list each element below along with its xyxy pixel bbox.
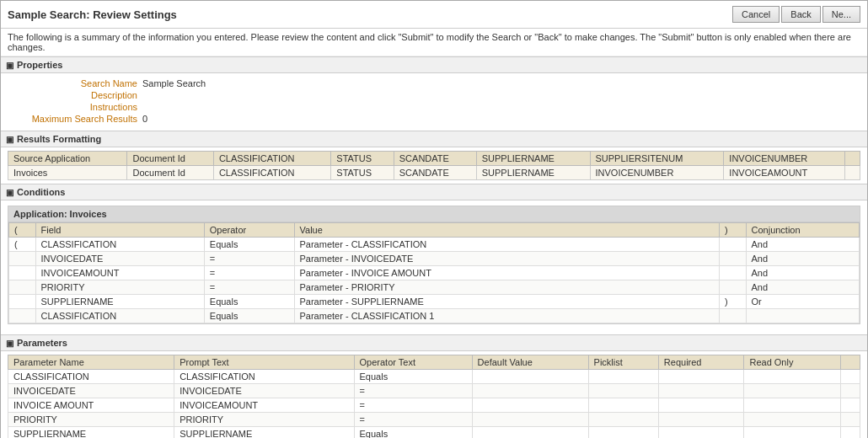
results-cell: STATUS: [331, 166, 394, 180]
table-row: INVOICEDATEINVOICEDATE=: [8, 384, 860, 398]
properties-grid: Search NameSample SearchDescriptionInstr…: [1, 73, 867, 131]
page-title: Sample Search: Review Settings: [8, 8, 177, 21]
params-cell: INVOICEAMOUNT: [174, 398, 354, 413]
conditions-cell: Parameter - SUPPLIERNAME: [294, 295, 720, 309]
results-cell: Document Id: [127, 166, 213, 180]
params-cell: [588, 427, 658, 439]
results-header-row: Source ApplicationDocument IdCLASSIFICAT…: [8, 152, 860, 166]
next-button[interactable]: Ne...: [822, 6, 860, 23]
conditions-cell: SUPPLIERNAME: [35, 295, 204, 309]
conditions-wrapper: Application: Invoices (FieldOperatorValu…: [1, 200, 867, 334]
conditions-cell: Or: [746, 295, 859, 309]
conditions-cell: Parameter - INVOICEDATE: [294, 252, 720, 266]
params-cell: [744, 398, 841, 413]
results-cell: SUPPLIERNAME: [476, 166, 590, 180]
results-col-header: Document Id: [127, 152, 213, 166]
conditions-cell: =: [204, 252, 294, 266]
conditions-cell: INVOICEDATE: [35, 252, 204, 266]
results-col-header: SUPPLIERNAME: [476, 152, 590, 166]
params-cell: [588, 370, 658, 384]
conditions-cell: Parameter - PRIORITY: [294, 280, 720, 295]
params-cell: INVOICEDATE: [174, 384, 354, 398]
params-cell: PRIORITY: [8, 413, 174, 427]
params-cell: [841, 370, 860, 384]
results-toggle[interactable]: ▣: [6, 135, 13, 144]
conditions-cell: (: [9, 238, 36, 252]
conditions-cell: Parameter - CLASSIFICATION: [294, 238, 720, 252]
conditions-section-header: ▣ Conditions: [1, 184, 867, 200]
prop-row: Maximum Search Results0: [8, 114, 860, 124]
params-cell: [472, 413, 588, 427]
params-col-header: Picklist: [588, 355, 658, 370]
table-row: INVOICEDATE=Parameter - INVOICEDATEAnd: [9, 252, 860, 266]
params-cell: [744, 427, 841, 439]
results-formatting-header: ▣ Results Formatting: [1, 131, 867, 147]
results-cell: INVOICENUMBER: [590, 166, 724, 180]
prop-label: Maximum Search Results: [8, 114, 142, 124]
conditions-col-header: Operator: [204, 223, 294, 238]
header-bar: Sample Search: Review Settings Cancel Ba…: [1, 1, 867, 29]
prop-label: Description: [8, 90, 142, 100]
table-row: INVOICEAMOUNT=Parameter - INVOICE AMOUNT…: [9, 266, 860, 280]
params-cell: [658, 370, 744, 384]
params-header-row: Parameter NamePrompt TextOperator TextDe…: [8, 355, 860, 370]
conditions-col-header: (: [9, 223, 36, 238]
results-table-wrapper: Source ApplicationDocument IdCLASSIFICAT…: [1, 147, 867, 184]
conditions-section: ▣ Conditions Application: Invoices (Fiel…: [1, 184, 867, 334]
params-cell: [588, 384, 658, 398]
prop-value: 0: [142, 114, 147, 124]
params-cell: Equals: [354, 427, 472, 439]
results-cell: CLASSIFICATION: [213, 166, 330, 180]
cancel-button[interactable]: Cancel: [732, 6, 780, 23]
params-cell: =: [354, 413, 472, 427]
params-cell: [588, 413, 658, 427]
params-cell: [472, 427, 588, 439]
results-data-row: InvoicesDocument IdCLASSIFICATIONSTATUSS…: [8, 166, 860, 180]
table-row: INVOICE AMOUNTINVOICEAMOUNT=: [8, 398, 860, 413]
conditions-cell: [9, 252, 36, 266]
parameters-section: ▣ Parameters Parameter NamePrompt TextOp…: [1, 334, 867, 438]
params-cell: =: [354, 398, 472, 413]
conditions-toggle[interactable]: ▣: [6, 188, 13, 197]
params-body: CLASSIFICATIONCLASSIFICATIONEqualsINVOIC…: [8, 370, 860, 439]
prop-row: Search NameSample Search: [8, 78, 860, 88]
parameters-toggle[interactable]: ▣: [6, 339, 13, 348]
params-cell: [744, 413, 841, 427]
conditions-cell: [9, 280, 36, 295]
conditions-cell: CLASSIFICATION: [35, 309, 204, 323]
properties-label: Properties: [17, 60, 62, 70]
params-cell: [841, 398, 860, 413]
params-cell: SUPPLIERNAME: [8, 427, 174, 439]
params-col-header: Parameter Name: [8, 355, 174, 370]
params-cell: [472, 398, 588, 413]
params-cell: [658, 427, 744, 439]
table-row: SUPPLIERNAMEEqualsParameter - SUPPLIERNA…: [9, 295, 860, 309]
params-cell: SUPPLIERNAME: [174, 427, 354, 439]
conditions-cell: Equals: [204, 295, 294, 309]
conditions-cell: And: [746, 280, 859, 295]
parameters-section-header: ▣ Parameters: [1, 334, 867, 351]
app-block-header: Application: Invoices: [8, 206, 860, 222]
params-cell: INVOICE AMOUNT: [8, 398, 174, 413]
back-button[interactable]: Back: [781, 6, 820, 23]
results-table: Source ApplicationDocument IdCLASSIFICAT…: [8, 151, 860, 180]
params-cell: [841, 427, 860, 439]
app-block: Application: Invoices (FieldOperatorValu…: [8, 206, 860, 324]
params-wrapper: Parameter NamePrompt TextOperator TextDe…: [1, 351, 867, 438]
params-cell: CLASSIFICATION: [8, 370, 174, 384]
params-cell: [658, 384, 744, 398]
results-col-header: CLASSIFICATION: [213, 152, 330, 166]
prop-row: Description: [8, 90, 860, 100]
conditions-cell: Equals: [204, 309, 294, 323]
params-cell: [588, 398, 658, 413]
conditions-cell: [746, 309, 859, 323]
results-col-header: SUPPLIERSITENUM: [590, 152, 724, 166]
conditions-cell: Parameter - CLASSIFICATION 1: [294, 309, 720, 323]
params-cell: [472, 370, 588, 384]
conditions-cell: [9, 309, 36, 323]
params-table: Parameter NamePrompt TextOperator TextDe…: [8, 355, 860, 438]
properties-toggle[interactable]: ▣: [6, 61, 13, 70]
table-row: CLASSIFICATIONCLASSIFICATIONEquals: [8, 370, 860, 384]
prop-value: Sample Search: [142, 78, 206, 88]
table-row: CLASSIFICATIONEqualsParameter - CLASSIFI…: [9, 309, 860, 323]
